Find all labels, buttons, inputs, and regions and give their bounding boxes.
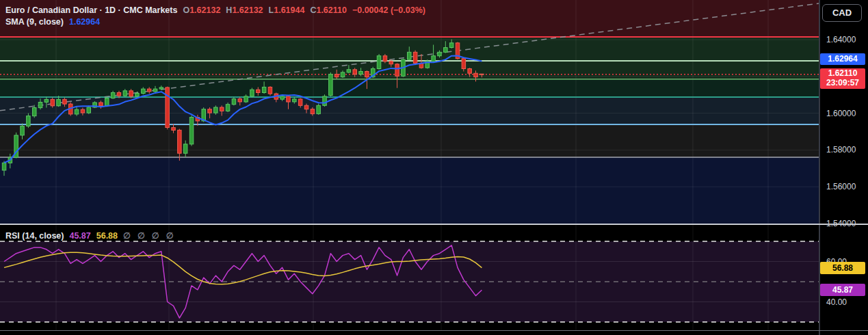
ohlc-high: H1.62132	[226, 5, 263, 15]
candle-body	[129, 91, 133, 96]
candle-body	[359, 72, 363, 75]
rsi-empty-slot: ∅	[166, 230, 175, 241]
candle-body	[329, 75, 333, 96]
candle-body	[38, 103, 42, 108]
candle-body	[268, 87, 272, 94]
candle-body	[293, 99, 297, 102]
candle-body	[298, 99, 302, 105]
price-axis-label: 1.58000	[826, 145, 856, 155]
candle-body	[250, 90, 254, 96]
candle-body	[135, 94, 140, 96]
candle-body	[383, 56, 387, 62]
candle-body	[21, 126, 25, 135]
price-axis-label: 1.64000	[826, 35, 856, 44]
ohlc-low: L1.61944	[269, 5, 305, 15]
candle-body	[365, 72, 369, 77]
ohlc-open: O1.62132	[183, 5, 220, 15]
price-band	[0, 157, 819, 224]
candle-body	[142, 89, 146, 94]
candle-body	[280, 96, 285, 99]
rsi-value-badge: 45.87	[820, 284, 865, 296]
candle-body	[105, 98, 109, 106]
candle-body	[304, 105, 308, 109]
candle-body	[75, 109, 79, 114]
candle-body	[226, 105, 230, 111]
rsi-legend[interactable]: RSI (14, close) 45.87 56.88 ∅ ∅ ∅ ∅	[5, 230, 175, 241]
candle-body	[257, 90, 261, 92]
candle-body	[153, 89, 157, 92]
rsi-label: RSI (14, close)	[5, 231, 64, 241]
candle-body	[444, 48, 448, 53]
sma-price-badge: 1.62964	[820, 53, 865, 65]
price-chart-canvas[interactable]	[0, 0, 819, 335]
pane-separator[interactable]	[0, 224, 868, 225]
candle-body	[334, 75, 339, 77]
candle-body	[408, 52, 412, 59]
candle-body	[220, 107, 224, 111]
candle-body	[262, 87, 266, 92]
candle-body	[111, 93, 115, 98]
candle-body	[147, 89, 151, 92]
candle-body	[87, 107, 91, 113]
price-axis-label: 1.56000	[826, 182, 856, 191]
main-legend[interactable]: Euro / Canadian Dollar · 1D · CMC Market…	[5, 5, 425, 15]
price-axis-border	[819, 0, 820, 335]
symbol-title: Euro / Canadian Dollar · 1D · CMC Market…	[5, 5, 177, 15]
candle-body	[468, 69, 472, 74]
candle-body	[2, 163, 6, 170]
candle-body	[341, 72, 345, 77]
sma-value: 1.62964	[69, 17, 100, 27]
rsi-axis-label: 40.00	[826, 297, 847, 307]
price-axis-label: 1.60000	[826, 109, 856, 118]
candle-body	[244, 96, 248, 102]
currency-button[interactable]: CAD	[822, 4, 862, 22]
candle-body	[44, 99, 49, 102]
ohlc-close: C1.62110	[310, 5, 347, 15]
candle-body	[311, 109, 315, 114]
candle-body	[117, 93, 121, 96]
candle-body	[166, 88, 170, 128]
rsi-empty-slot: ∅	[123, 230, 132, 241]
candle-body	[63, 99, 67, 104]
candle-body	[232, 99, 236, 105]
candle-body	[33, 108, 37, 116]
price-bands-layer	[0, 0, 819, 224]
candle-body	[172, 128, 175, 131]
candle-body	[438, 52, 442, 55]
candle-body	[323, 96, 327, 105]
time-axis-separator[interactable]	[0, 330, 868, 331]
candle-body	[432, 56, 436, 62]
sma-legend[interactable]: SMA (9, close) 1.62964	[5, 17, 100, 27]
candle-body	[449, 43, 453, 48]
candle-body	[189, 118, 194, 144]
candle-body	[389, 62, 393, 64]
candle-body	[474, 73, 478, 77]
last-price-badge: 1.6211023:09:57	[820, 68, 865, 89]
price-band	[0, 97, 819, 124]
candle-body	[214, 107, 218, 113]
candle-body	[57, 99, 61, 105]
candle-body	[353, 70, 357, 75]
price-axis[interactable]: CAD 1.640001.600001.580001.560001.540006…	[820, 0, 868, 335]
rsi-empty-slot: ∅	[152, 230, 161, 241]
candle-body	[413, 52, 417, 63]
candle-body	[27, 116, 31, 126]
sma-label: SMA (9, close)	[5, 17, 64, 27]
candle-body	[81, 109, 85, 113]
candle-body	[208, 109, 212, 113]
rsi-value: 45.87	[69, 231, 90, 241]
rsi-ma-badge: 56.88	[820, 262, 865, 274]
candle-body	[183, 144, 187, 153]
price-band	[0, 79, 819, 97]
candle-body	[178, 130, 182, 153]
candle-body	[395, 64, 399, 77]
price-band	[0, 124, 819, 157]
candle-body	[99, 103, 103, 106]
candle-body	[480, 74, 484, 75]
candle-body	[123, 91, 127, 96]
candle-body	[238, 99, 242, 102]
candle-body	[317, 105, 321, 113]
rsi-ma-value: 56.88	[96, 231, 118, 241]
candle-body	[51, 99, 55, 105]
rsi-empty-slot: ∅	[137, 230, 146, 241]
